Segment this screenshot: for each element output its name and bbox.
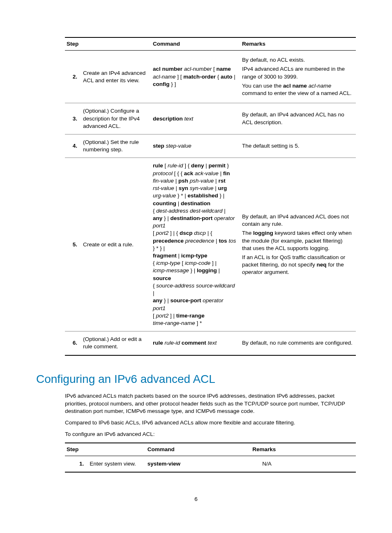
step-number: 3. <box>65 103 81 134</box>
table-row: 3. (Optional.) Configure a description f… <box>65 103 356 134</box>
header-remarks: Remarks <box>251 443 356 456</box>
page-number: 6 <box>36 496 356 503</box>
header-step: Step <box>65 37 151 51</box>
step-number: 1. <box>65 456 88 472</box>
remarks-cell: By default, an IPv4 advanced ACL has no … <box>240 103 356 134</box>
table-row: 4. (Optional.) Set the rule numbering st… <box>65 134 356 158</box>
command-cell: system-view <box>146 456 251 472</box>
config-table-ipv4: Step Command Remarks 2. Create an IPv4 a… <box>65 37 356 356</box>
table-row: 2. Create an IPv4 advanced ACL and enter… <box>65 51 356 103</box>
step-text: (Optional.) Configure a description for … <box>81 103 151 134</box>
remarks-cell: By default, no rule comments are configu… <box>240 331 356 355</box>
header-command: Command <box>146 443 251 456</box>
body-paragraph: Compared to IPv6 basic ACLs, IPv6 advanc… <box>65 419 356 426</box>
step-number: 6. <box>65 331 81 355</box>
step-number: 4. <box>65 134 81 158</box>
remarks-cell: The default setting is 5. <box>240 134 356 158</box>
step-text: Enter system view. <box>88 456 145 472</box>
command-cell: rule rule-id comment text <box>151 331 240 355</box>
command-cell: acl number acl-number [ name acl-name ] … <box>151 51 240 103</box>
step-text: (Optional.) Set the rule numbering step. <box>81 134 151 158</box>
header-step: Step <box>65 443 146 456</box>
section-heading: Configuring an IPv6 advanced ACL <box>36 371 356 387</box>
step-text: (Optional.) Add or edit a rule comment. <box>81 331 151 355</box>
command-cell: rule [ rule-id ] { deny | permit } proto… <box>151 158 240 331</box>
command-cell: description text <box>151 103 240 134</box>
step-text: Create an IPv4 advanced ACL and enter it… <box>81 51 151 103</box>
step-number: 2. <box>65 51 81 103</box>
table-row: 1. Enter system view. system-view N/A <box>65 456 356 472</box>
table-row: 5. Create or edit a rule. rule [ rule-id… <box>65 158 356 331</box>
remarks-cell: By default, an IPv4 advanced ACL does no… <box>240 158 356 331</box>
remarks-cell: N/A <box>251 456 356 472</box>
config-table-ipv6: Step Command Remarks 1. Enter system vie… <box>65 443 356 473</box>
command-cell: step step-value <box>151 134 240 158</box>
step-text: Create or edit a rule. <box>81 158 151 331</box>
remarks-cell: By default, no ACL exists. IPv4 advanced… <box>240 51 356 103</box>
step-number: 5. <box>65 158 81 331</box>
table-row: 6. (Optional.) Add or edit a rule commen… <box>65 331 356 355</box>
header-remarks: Remarks <box>240 37 356 51</box>
header-command: Command <box>151 37 240 51</box>
body-paragraph: IPv6 advanced ACLs match packets based o… <box>65 392 356 415</box>
body-paragraph: To configure an IPv6 advanced ACL: <box>65 431 356 438</box>
